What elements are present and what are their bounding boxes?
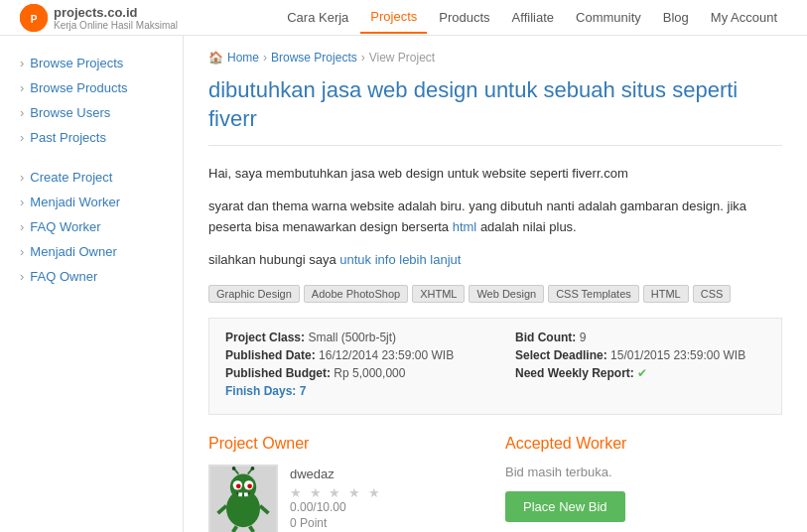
svg-point-12 [232, 466, 236, 470]
desc3-pre: silahkan hubungi saya [208, 252, 339, 267]
info-budget: Published Budget: Rp 5,000,000 [225, 366, 475, 380]
breadcrumb-current: View Project [369, 51, 435, 65]
svg-point-7 [236, 484, 241, 489]
header: P projects.co.id Kerja Online Hasil Maks… [0, 0, 807, 36]
owner-rating: 0.00/10.00 [290, 500, 382, 514]
sidebar-group-browse: Browse Projects Browse Products Browse U… [0, 51, 183, 150]
info-published-label: Published Date: [225, 348, 316, 362]
main-nav: Cara Kerja Projects Products Affiliate C… [277, 1, 787, 34]
info-deadline: Select Deadline: 15/01/2015 23:59:00 WIB [515, 348, 765, 362]
sidebar-group-actions: Create Project Menjadi Worker FAQ Worker… [0, 165, 183, 289]
breadcrumb-sep1: › [263, 51, 267, 65]
sidebar-item-create-project[interactable]: Create Project [0, 165, 183, 190]
info-col-right: Bid Count: 9 Select Deadline: 15/01/2015… [515, 331, 765, 402]
svg-point-8 [247, 484, 252, 489]
owner-name: dwedaz [290, 466, 382, 481]
info-report-check: ✔ [637, 366, 647, 380]
sidebar-item-browse-products[interactable]: Browse Products [0, 75, 183, 100]
info-report: Need Weekly Report: ✔ [515, 366, 765, 380]
bottom-section: Project Owner [208, 435, 782, 532]
svg-rect-9 [238, 493, 242, 497]
logo-name: projects.co.id [54, 5, 138, 20]
tag-1[interactable]: Adobe PhotoShop [304, 285, 408, 303]
sidebar-item-past-projects[interactable]: Past Projects [0, 125, 183, 150]
info-published: Published Date: 16/12/2014 23:59:00 WIB [225, 348, 475, 362]
owner-section-title: Project Owner [208, 435, 485, 453]
logo-subtitle: Kerja Online Hasil Maksimal [54, 20, 178, 31]
nav-cara-kerja[interactable]: Cara Kerja [277, 2, 358, 33]
owner-points: 0 Point [290, 516, 382, 530]
project-desc3: silahkan hubungi saya untuk info lebih l… [208, 250, 782, 271]
project-title: dibutuhkan jasa web design untuk sebuah … [208, 76, 782, 146]
avatar-image [210, 466, 276, 532]
worker-section: Accepted Worker Bid masih terbuka. Place… [505, 435, 782, 532]
info-class-value: Small (500rb-5jt) [308, 331, 396, 344]
info-bid: Bid Count: 9 [515, 331, 765, 344]
tag-5[interactable]: HTML [643, 285, 689, 303]
info-class-label: Project Class: [225, 331, 305, 344]
avatar [208, 465, 278, 532]
info-deadline-label: Select Deadline: [515, 348, 607, 362]
nav-products[interactable]: Products [429, 2, 499, 33]
place-bid-button[interactable]: Place New Bid [505, 491, 625, 522]
breadcrumb-browse[interactable]: Browse Projects [271, 51, 357, 65]
worker-content: Bid masih terbuka. Place New Bid [505, 465, 782, 522]
logo: P projects.co.id Kerja Online Hasil Maks… [20, 4, 178, 32]
svg-rect-10 [244, 493, 248, 497]
info-published-value: 16/12/2014 23:59:00 WIB [319, 348, 454, 362]
tag-6[interactable]: CSS [693, 285, 732, 303]
svg-point-14 [251, 466, 255, 470]
owner-stars: ★ ★ ★ ★ ★ [290, 485, 382, 500]
info-box: Project Class: Small (500rb-5jt) Publish… [208, 318, 782, 415]
sidebar-item-faq-worker[interactable]: FAQ Worker [0, 214, 183, 239]
star4: ★ [348, 485, 362, 500]
star1: ★ [290, 485, 304, 500]
star5: ★ [368, 485, 382, 500]
sidebar-item-browse-users[interactable]: Browse Users [0, 100, 183, 125]
info-col-left: Project Class: Small (500rb-5jt) Publish… [225, 331, 475, 402]
info-finish-label: Finish Days: [225, 384, 296, 398]
worker-section-title: Accepted Worker [505, 435, 782, 453]
sidebar-item-menjadi-worker[interactable]: Menjadi Worker [0, 190, 183, 214]
info-budget-value: Rp 5,000,000 [334, 366, 405, 380]
project-desc2: syarat dan thema warna website adalah bi… [208, 197, 782, 238]
desc2-link[interactable]: html [453, 219, 477, 234]
star3: ★ [329, 485, 342, 500]
desc2-post: adalah nilai plus. [476, 219, 576, 234]
sidebar: Browse Projects Browse Products Browse U… [0, 36, 184, 532]
sidebar-item-faq-owner[interactable]: FAQ Owner [0, 264, 183, 289]
tag-4[interactable]: CSS Templates [548, 285, 639, 303]
info-deadline-value: 15/01/2015 23:59:00 WIB [610, 348, 745, 362]
star2: ★ [310, 485, 324, 500]
bid-status: Bid masih terbuka. [505, 465, 782, 479]
info-finish-value: 7 [300, 384, 307, 398]
nav-community[interactable]: Community [566, 2, 651, 33]
nav-myaccount[interactable]: My Account [701, 2, 787, 33]
tag-3[interactable]: Web Design [469, 285, 544, 303]
layout: Browse Projects Browse Products Browse U… [0, 36, 807, 532]
logo-icon: P [20, 4, 48, 32]
info-finish: Finish Days: 7 [225, 384, 475, 398]
home-icon: 🏠 [208, 51, 223, 65]
info-budget-label: Published Budget: [225, 366, 331, 380]
desc3-link[interactable]: untuk info lebih lanjut [339, 252, 461, 267]
project-desc1: Hai, saya membutuhkan jasa web design un… [208, 164, 782, 185]
sidebar-item-menjadi-owner[interactable]: Menjadi Owner [0, 239, 183, 264]
tag-2[interactable]: XHTML [412, 285, 465, 303]
svg-text:P: P [31, 14, 38, 25]
logo-text-block: projects.co.id Kerja Online Hasil Maksim… [54, 5, 178, 31]
info-class: Project Class: Small (500rb-5jt) [225, 331, 475, 344]
owner-card: dwedaz ★ ★ ★ ★ ★ 0.00/10.00 0 Point #1,7… [208, 465, 485, 532]
owner-section: Project Owner [208, 435, 485, 532]
info-report-label: Need Weekly Report: [515, 366, 634, 380]
tag-0[interactable]: Graphic Design [208, 285, 300, 303]
nav-affiliate[interactable]: Affiliate [502, 2, 564, 33]
nav-projects[interactable]: Projects [360, 1, 427, 34]
info-bid-label: Bid Count: [515, 331, 576, 344]
nav-blog[interactable]: Blog [653, 2, 699, 33]
breadcrumb-sep2: › [361, 51, 365, 65]
breadcrumb-home[interactable]: Home [227, 51, 259, 65]
tags-container: Graphic Design Adobe PhotoShop XHTML Web… [208, 285, 782, 303]
sidebar-item-browse-projects[interactable]: Browse Projects [0, 51, 183, 75]
breadcrumb: 🏠 Home › Browse Projects › View Project [208, 51, 782, 65]
